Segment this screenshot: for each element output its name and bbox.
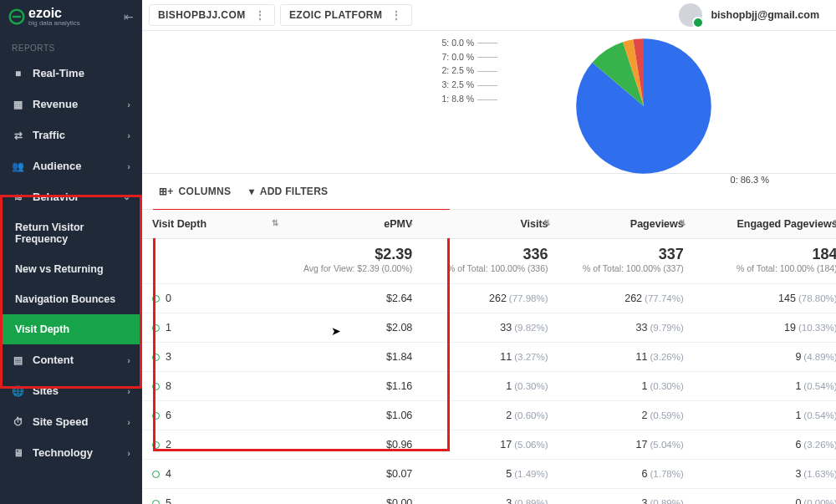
- summary-sub: % of Total: 100.00% (184): [704, 263, 836, 273]
- col-label: Pageviews: [630, 218, 684, 230]
- kebab-icon[interactable]: ⋮: [390, 8, 402, 22]
- speed-icon: ⏱: [12, 416, 24, 428]
- table-row[interactable]: 5$0.003(0.89%)3(0.89%)0(0.00%)0.00: [142, 488, 836, 504]
- button-label: COLUMNS: [179, 186, 232, 197]
- table-scroll[interactable]: Visit Depth⇅ ePMV⌄ Visits⇅ Pageviews⇅ En…: [142, 209, 836, 504]
- pie-slice-label: 3: 2.5 %: [441, 78, 497, 92]
- sidebar-item-revenue[interactable]: ▦Revenue ›: [0, 89, 142, 120]
- chevron-right-icon: ›: [127, 386, 130, 396]
- table-row[interactable]: 6$1.062(0.60%)2(0.59%)1(0.54%)0.50: [142, 400, 836, 430]
- globe-icon: 🌐: [12, 385, 24, 397]
- technology-icon: 🖥: [12, 447, 24, 459]
- row-indicator-icon: [152, 295, 160, 303]
- breadcrumb-label: BISHOPBJJ.COM: [158, 9, 246, 21]
- columns-button[interactable]: ⊞+ COLUMNS: [159, 186, 231, 197]
- sort-icon: ⇅: [679, 218, 686, 227]
- sidebar-item-sites[interactable]: 🌐Sites ›: [0, 375, 142, 406]
- sidebar-item-label: Sites: [33, 384, 59, 397]
- chevron-right-icon: ›: [127, 355, 130, 365]
- row-indicator-icon: [152, 324, 160, 332]
- col-visit-depth[interactable]: Visit Depth⇅: [142, 209, 287, 238]
- pie-chart-region: 5: 0.0 %7: 0.0 %2: 2.5 %3: 2.5 %1: 8.8 %…: [142, 31, 836, 173]
- kebab-icon[interactable]: ⋮: [254, 8, 266, 22]
- summary-value: 336: [432, 246, 548, 263]
- table-row[interactable]: 4$0.075(1.49%)6(1.78%)3(1.63%)0.60: [142, 459, 836, 488]
- collapse-sidebar-icon[interactable]: ⇤: [124, 10, 134, 23]
- sidebar-item-audience[interactable]: 👥Audience ›: [0, 150, 142, 181]
- sidebar-item-label: Revenue: [33, 98, 78, 110]
- main-content: BISHOPBJJ.COM ⋮ EZOIC PLATFORM ⋮ bishopb…: [142, 0, 836, 504]
- logo-name: ezoic: [28, 7, 80, 20]
- sidebar-item-label: Traffic: [33, 129, 65, 141]
- breadcrumb-label: EZOIC PLATFORM: [289, 9, 382, 21]
- summary-value: 337: [568, 246, 684, 263]
- sidebar-item-label: Audience: [33, 160, 82, 172]
- sidebar: ezoic big data analytics ⇤ REPORTS ■Real…: [0, 0, 142, 504]
- sidebar-item-visit-depth[interactable]: Visit Depth: [0, 314, 142, 344]
- logo-subtitle: big data analytics: [28, 20, 80, 27]
- summary-sub: % of Total: 100.00% (337): [568, 263, 684, 273]
- summary-value: 184: [704, 246, 836, 263]
- sidebar-item-new-vs-returning[interactable]: New vs Returning: [0, 254, 142, 284]
- sidebar-item-label: Real-Time: [33, 67, 84, 79]
- avatar: [679, 3, 702, 27]
- summary-sub: Avg for View: $2.39 (0.00%): [297, 263, 412, 273]
- sort-icon: ⇅: [272, 218, 278, 227]
- table-summary-row: $2.39Avg for View: $2.39 (0.00%) 336% of…: [142, 238, 836, 283]
- col-label: Engaged Pageviews: [737, 218, 836, 230]
- table-row[interactable]: 2$0.9617(5.06%)17(5.04%)6(3.26%)0.35: [142, 430, 836, 459]
- row-indicator-icon: [152, 500, 160, 504]
- sidebar-item-return-visitor-frequency[interactable]: Return Visitor Frequency: [0, 212, 142, 254]
- row-indicator-icon: [152, 412, 160, 420]
- sidebar-item-label: Site Speed: [33, 415, 88, 428]
- breadcrumb-site[interactable]: BISHOPBJJ.COM ⋮: [149, 4, 275, 26]
- col-label: Visit Depth: [152, 218, 206, 230]
- chevron-right-icon: ›: [127, 99, 130, 109]
- col-pageviews[interactable]: Pageviews⇅: [558, 209, 694, 238]
- table-row[interactable]: 3$1.8411(3.27%)11(3.26%)9(4.89%)0.81: [142, 342, 836, 371]
- filter-icon: ▾: [249, 186, 254, 197]
- pie-slice-label: 5: 0.0 %: [441, 36, 497, 50]
- table-header-row: Visit Depth⇅ ePMV⌄ Visits⇅ Pageviews⇅ En…: [142, 209, 836, 238]
- sort-icon: ⇅: [833, 218, 836, 227]
- summary-value: $2.39: [297, 246, 412, 263]
- row-indicator-icon: [152, 471, 160, 478]
- breadcrumb-platform[interactable]: EZOIC PLATFORM ⋮: [280, 4, 412, 26]
- pie-slice-label: 1: 8.8 %: [441, 92, 497, 106]
- col-engaged-pageviews[interactable]: Engaged Pageviews⇅: [694, 209, 836, 238]
- logo-row: ezoic big data analytics ⇤: [0, 0, 142, 33]
- table-row[interactable]: 0$2.64262(77.98%)262(77.74%)145(78.80%)0…: [142, 283, 836, 313]
- pie-main-label: 0: 86.3 %: [731, 175, 769, 185]
- sidebar-item-technology[interactable]: 🖥Technology ›: [0, 437, 142, 468]
- row-indicator-icon: [152, 354, 160, 361]
- video-icon: ■: [12, 68, 24, 79]
- col-visits[interactable]: Visits⇅: [422, 209, 558, 238]
- pie-chart: [548, 27, 740, 186]
- revenue-icon: ▦: [12, 99, 24, 110]
- user-email: bishopbjj@gmail.com: [711, 9, 819, 21]
- chevron-right-icon: ›: [127, 417, 130, 427]
- chevron-right-icon: ›: [127, 161, 130, 171]
- user-menu[interactable]: bishopbjj@gmail.com: [679, 3, 829, 27]
- sidebar-section-label: REPORTS: [0, 33, 142, 58]
- table-row[interactable]: 1$2.0833(9.82%)33(9.79%)19(10.33%)0.57: [142, 313, 836, 342]
- row-indicator-icon: [152, 441, 160, 449]
- sort-icon: ⇅: [543, 218, 550, 227]
- sidebar-item-label: Behavior: [33, 191, 79, 203]
- data-table: Visit Depth⇅ ePMV⌄ Visits⇅ Pageviews⇅ En…: [142, 209, 836, 504]
- sidebar-item-site-speed[interactable]: ⏱Site Speed ›: [0, 406, 142, 437]
- pie-slice-label: 7: 0.0 %: [441, 50, 497, 64]
- button-label: ADD FILTERS: [260, 186, 329, 197]
- sidebar-item-navigation-bounces[interactable]: Navigation Bounces: [0, 284, 142, 314]
- chevron-down-icon: ⌄: [407, 218, 414, 227]
- sidebar-item-behavior[interactable]: ≋Behavior ⌄: [0, 181, 142, 212]
- sidebar-item-content[interactable]: ▤Content ›: [0, 344, 142, 375]
- ezoic-logo-icon: [8, 8, 25, 25]
- logo[interactable]: ezoic big data analytics: [8, 7, 80, 27]
- chevron-right-icon: ›: [127, 130, 130, 140]
- sidebar-item-traffic[interactable]: ⇄Traffic ›: [0, 120, 142, 150]
- table-row[interactable]: 8$1.161(0.30%)1(0.30%)1(0.54%)1.00: [142, 371, 836, 400]
- sidebar-item-realtime[interactable]: ■Real-Time: [0, 58, 142, 89]
- add-filters-button[interactable]: ▾ ADD FILTERS: [249, 186, 328, 197]
- col-epmv[interactable]: ePMV⌄: [287, 209, 422, 238]
